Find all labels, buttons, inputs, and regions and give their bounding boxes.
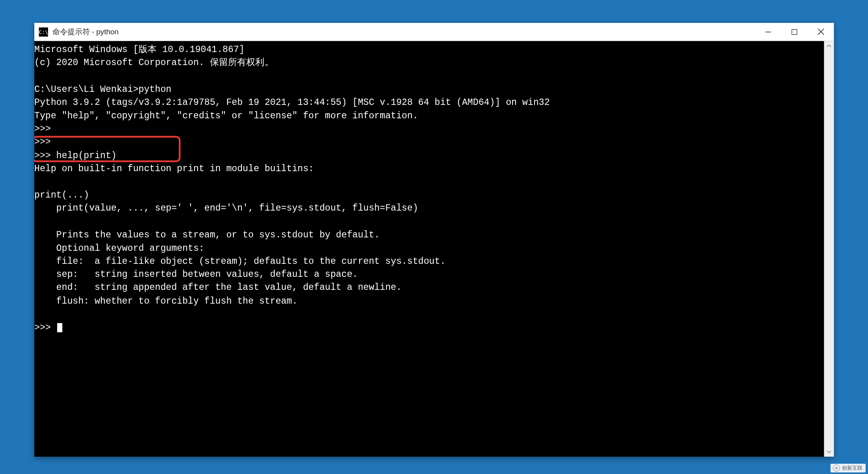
terminal-line: >>> help(print) [34,149,824,162]
prompt-text: >>> [34,323,56,333]
terminal-line: Python 3.9.2 (tags/v3.9.2:1a79785, Feb 1… [34,96,824,110]
terminal-line: flush: whether to forcibly flush the str… [34,295,824,308]
terminal-line: >>> [34,123,824,136]
maximize-button[interactable] [781,23,808,41]
watermark-logo-icon: ✕ [833,465,840,472]
terminal-line: sep: string inserted between values, def… [34,269,824,282]
terminal-line: Optional keyword arguments: [34,242,824,255]
scrollbar[interactable] [824,41,834,457]
cursor [57,323,62,332]
terminal-line [34,308,824,321]
terminal-line: Microsoft Windows [版本 10.0.19041.867] [34,43,824,57]
terminal-line: Prints the values to a stream, or to sys… [34,229,824,242]
close-button[interactable] [808,23,834,41]
terminal-output[interactable]: Microsoft Windows [版本 10.0.19041.867](c)… [34,41,824,457]
terminal-line: print(value, ..., sep=' ', end='\n', fil… [34,202,824,216]
cmd-icon: C:\ [39,27,48,36]
terminal-line: Type "help", "copyright", "credits" or "… [34,110,824,123]
terminal-line [34,215,824,229]
terminal-prompt-line[interactable]: >>> [34,321,824,335]
titlebar: C:\ 命令提示符 - python [34,23,834,41]
terminal-line: end: string appended after the last valu… [34,282,824,295]
terminal-area: Microsoft Windows [版本 10.0.19041.867](c)… [34,41,834,457]
watermark: ✕ 创新互联 [831,464,866,472]
terminal-line [34,70,824,83]
window-controls [755,23,834,41]
window-title: 命令提示符 - python [52,26,118,37]
command-prompt-window: C:\ 命令提示符 - python Microsoft Windows [版本… [34,23,834,457]
titlebar-left: C:\ 命令提示符 - python [34,26,119,37]
watermark-text: 创新互联 [842,465,862,472]
terminal-line: print(...) [34,189,824,202]
terminal-line: (c) 2020 Microsoft Corporation. 保留所有权利。 [34,57,824,70]
terminal-line: C:\Users\Li Wenkai>python [34,83,824,97]
terminal-line: >>> [34,136,824,149]
scroll-down-button[interactable] [824,447,834,457]
terminal-line: Help on built-in function print in modul… [34,162,824,176]
svg-rect-0 [792,29,797,34]
minimize-button[interactable] [755,23,781,41]
terminal-line [34,176,824,189]
scroll-up-button[interactable] [824,41,834,51]
terminal-line: file: a file-like object (stream); defau… [34,255,824,269]
scroll-track[interactable] [824,51,834,447]
